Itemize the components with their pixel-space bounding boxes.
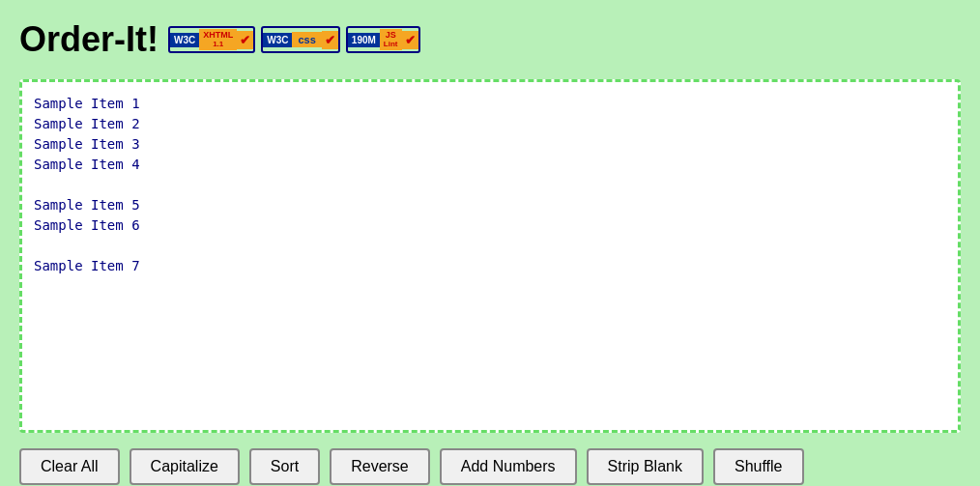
w3c-xhtml-badge: W3C XHTML 1.1 ✔ — [168, 26, 255, 53]
css-label: css — [292, 32, 321, 47]
size-label: 190M — [348, 33, 380, 47]
strip-blank-button[interactable]: Strip Blank — [587, 448, 704, 485]
button-row: Clear All Capitalize Sort Reverse Add Nu… — [19, 448, 961, 485]
w3c-css-label: W3C — [263, 33, 292, 47]
items-textarea[interactable]: Sample Item 1 Sample Item 2 Sample Item … — [30, 90, 950, 418]
textarea-container: Sample Item 1 Sample Item 2 Sample Item … — [19, 79, 961, 433]
validation-badges: W3C XHTML 1.1 ✔ W3C css ✔ 190M JS Lint ✔ — [168, 26, 420, 53]
page-title: Order-It! — [19, 19, 159, 60]
css-check: ✔ — [322, 31, 338, 49]
jslint-check: ✔ — [402, 31, 418, 49]
jslint-label: JS Lint — [380, 29, 402, 51]
xhtml-label: XHTML 1.1 — [199, 29, 237, 51]
w3c-css-badge: W3C css ✔ — [261, 26, 340, 53]
reverse-button[interactable]: Reverse — [330, 448, 430, 485]
sort-button[interactable]: Sort — [249, 448, 320, 485]
capitalize-button[interactable]: Capitalize — [130, 448, 240, 485]
add-numbers-button[interactable]: Add Numbers — [440, 448, 577, 485]
jslint-badge: 190M JS Lint ✔ — [346, 26, 420, 53]
shuffle-button[interactable]: Shuffle — [713, 448, 804, 485]
clear-all-button[interactable]: Clear All — [19, 448, 120, 485]
xhtml-check: ✔ — [237, 31, 253, 49]
header: Order-It! W3C XHTML 1.1 ✔ W3C css ✔ 190M… — [19, 19, 961, 60]
w3c-label: W3C — [170, 33, 199, 47]
